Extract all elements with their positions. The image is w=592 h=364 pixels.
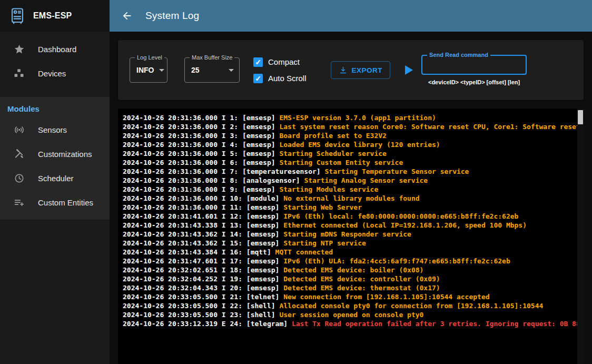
log-line-prefix: 2024-10-26 20:33:05.500 I 21: [telnet]	[123, 293, 283, 301]
log-line-message: Starting Custom Entity service	[279, 159, 403, 166]
content: Log Level INFO Max Buffer Size 25 ✓ Comp…	[110, 32, 592, 364]
export-button-label: EXPORT	[352, 66, 383, 74]
sidebar: EMS-ESP Dashboard De	[0, 0, 110, 364]
log-line: 2024-10-26 20:31:36.000 I 11: [emsesp] S…	[123, 203, 575, 212]
log-line: 2024-10-26 20:31:36.000 I 2: [emsesp] La…	[123, 122, 575, 131]
log-line: 2024-10-26 20:31:36.000 I 8: [analogsens…	[123, 176, 575, 185]
log-lines: 2024-10-26 20:31:36.000 I 1: [emsesp] EM…	[118, 109, 584, 333]
log-line-prefix: 2024-10-26 20:32:02.651 I 18: [emsesp]	[123, 266, 283, 274]
log-level-value: INFO	[136, 66, 154, 74]
max-buffer-size-value: 25	[191, 66, 200, 74]
log-line-message: Last Tx Read operation failed after 3 re…	[292, 320, 580, 328]
log-line-prefix: 2024-10-26 20:31:36.000 I 5: [emsesp]	[123, 150, 279, 158]
main-area: System Log Log Level INFO Max Buffer Siz…	[110, 0, 592, 364]
log-line-message: New connection from [192.168.1.105]:1054…	[283, 293, 489, 301]
auto-scroll-checkbox[interactable]: ✓ Auto Scroll	[253, 74, 307, 83]
send-read-field: Send Read command	[421, 55, 527, 75]
sidebar-item-sensors[interactable]: Sensors	[0, 117, 110, 142]
log-line-prefix: 2024-10-26 20:31:41.601 I 12: [emsesp]	[123, 212, 283, 220]
max-buffer-size-label: Max Buffer Size	[190, 54, 234, 61]
log-line-message: Starting Scheduler service	[279, 150, 387, 158]
sidebar-item-label: Custom Entities	[38, 198, 93, 207]
devices-icon	[13, 68, 25, 78]
sidebar-header: EMS-ESP	[0, 0, 110, 32]
log-line: 2024-10-26 20:31:41.601 I 12: [emsesp] I…	[123, 212, 575, 221]
send-play-icon[interactable]	[405, 65, 413, 75]
log-line: 2024-10-26 20:33:05.500 I 22: [shell] Al…	[123, 301, 575, 310]
log-line-prefix: 2024-10-26 20:33:05.500 I 22: [shell]	[123, 302, 279, 310]
sidebar-item-label: Customizations	[38, 150, 92, 159]
log-line-prefix: 2024-10-26 20:31:36.000 I 1: [emsesp]	[123, 114, 279, 122]
sidebar-item-customizations[interactable]: Customizations	[0, 142, 110, 166]
log-line: 2024-10-26 20:31:43.384 I 16: [mqtt] MQT…	[123, 248, 575, 257]
log-line-prefix: 2024-10-26 20:31:36.000 I 4: [emsesp]	[123, 141, 279, 149]
send-read-group: Send Read command <deviceID> <typeID> [o…	[421, 55, 527, 85]
log-line-message: MQTT connected	[275, 248, 333, 256]
log-line-prefix: 2024-10-26 20:31:36.000 I 6: [emsesp]	[123, 159, 279, 166]
log-scrollbar-track[interactable]	[577, 109, 584, 364]
page-title: System Log	[145, 10, 199, 22]
log-line-message: Detected EMS device: controller (0x09)	[283, 275, 440, 283]
log-line: 2024-10-26 20:32:04.343 I 20: [emsesp] D…	[123, 283, 575, 292]
sidebar-item-label: Sensors	[38, 125, 67, 134]
star-icon	[13, 44, 25, 55]
log-level-label: Log Level	[135, 54, 164, 61]
back-button[interactable]	[119, 8, 135, 24]
modules-section: Modules Sensors	[0, 97, 110, 220]
log-line-message: IPv6 (Eth) local: fe80:0000:0000:0000:e6…	[283, 212, 518, 220]
log-line-prefix: 2024-10-26 20:31:43.362 I 15: [emsesp]	[123, 239, 283, 247]
log-line-message: EMS-ESP version 3.7.0 (app1 partition)	[279, 114, 436, 122]
log-line-message: User session opened on console pty0	[279, 311, 423, 319]
log-line-message: No external library modules found	[283, 194, 419, 202]
compact-label: Compact	[268, 57, 300, 66]
log-line-message: Detected EMS device: thermostat (0x17)	[283, 284, 440, 292]
log-line-message: Ethernet connected (Local IP=192.168.1.2…	[283, 221, 527, 229]
chevron-down-icon	[159, 69, 164, 72]
log-line: 2024-10-26 20:33:05.500 I 23: [shell] Us…	[123, 310, 575, 319]
sidebar-nav: Dashboard Devices	[0, 32, 110, 85]
sidebar-item-devices[interactable]: Devices	[0, 61, 110, 85]
download-icon	[339, 66, 348, 75]
compact-checkbox[interactable]: ✓ Compact	[253, 57, 307, 67]
sidebar-item-dashboard[interactable]: Dashboard	[0, 37, 110, 61]
sidebar-item-label: Dashboard	[38, 45, 76, 54]
log-line: 2024-10-26 20:31:36.000 I 7: [temperatur…	[123, 167, 575, 176]
max-buffer-size-select[interactable]: Max Buffer Size 25	[184, 57, 240, 83]
send-read-input[interactable]	[422, 56, 526, 74]
log-console[interactable]: 2024-10-26 20:31:36.000 I 1: [emsesp] EM…	[118, 109, 584, 364]
sidebar-item-custom-entities[interactable]: Custom Entities	[0, 190, 110, 214]
chevron-down-icon	[229, 69, 234, 72]
log-line-message: Board profile set to E32V2	[279, 132, 387, 140]
log-line-message: Starting mDNS Responder service	[283, 230, 411, 238]
log-line-message: Loaded EMS device library (120 entries)	[279, 141, 440, 149]
log-line-message: IPv6 (Eth) ULA: fda2:4cc5:6af9:f747:e665…	[283, 257, 510, 265]
log-line-message: Starting Analog Sensor service	[304, 176, 428, 184]
log-line-message: Starting Modules service	[279, 185, 378, 193]
app-logo-icon	[8, 7, 26, 25]
log-line: 2024-10-26 20:31:43.362 I 14: [emsesp] S…	[123, 230, 575, 239]
log-options: ✓ Compact ✓ Auto Scroll	[253, 57, 307, 83]
log-line-prefix: 2024-10-26 20:31:36.000 I 7: [temperatur…	[123, 168, 325, 175]
playlist-add-icon	[13, 197, 25, 208]
log-line: 2024-10-26 20:31:47.601 I 17: [emsesp] I…	[123, 257, 575, 265]
modules-header: Modules	[0, 99, 110, 117]
log-line: 2024-10-26 20:32:02.651 I 18: [emsesp] D…	[123, 265, 575, 274]
clock-icon	[13, 173, 25, 184]
log-line: 2024-10-26 20:31:36.000 I 4: [emsesp] Lo…	[123, 140, 575, 149]
tools-icon	[13, 149, 25, 159]
log-level-select[interactable]: Log Level INFO	[130, 57, 167, 83]
log-scrollbar-thumb[interactable]	[578, 110, 583, 124]
log-line-message: Starting Web Server	[283, 203, 362, 211]
log-line-prefix: 2024-10-26 20:32:04.343 I 20: [emsesp]	[123, 284, 283, 292]
log-line-prefix: 2024-10-26 20:31:43.338 I 13: [emsesp]	[123, 221, 283, 229]
log-line-prefix: 2024-10-26 20:31:36.000 I 11: [emsesp]	[123, 203, 283, 211]
log-line-prefix: 2024-10-26 20:31:47.601 I 17: [emsesp]	[123, 257, 283, 265]
checkbox-check-icon: ✓	[253, 74, 263, 83]
log-line-prefix: 2024-10-26 20:32:04.252 I 19: [emsesp]	[123, 275, 283, 283]
sidebar-item-label: Scheduler	[38, 174, 74, 183]
export-button[interactable]: EXPORT	[331, 61, 391, 79]
log-line-prefix: 2024-10-26 20:33:05.500 I 23: [shell]	[123, 311, 279, 319]
log-line-prefix: 2024-10-26 20:31:36.000 I 3: [emsesp]	[123, 132, 279, 140]
log-line: 2024-10-26 20:31:36.000 I 10: [module] N…	[123, 194, 575, 203]
sidebar-item-scheduler[interactable]: Scheduler	[0, 166, 110, 190]
